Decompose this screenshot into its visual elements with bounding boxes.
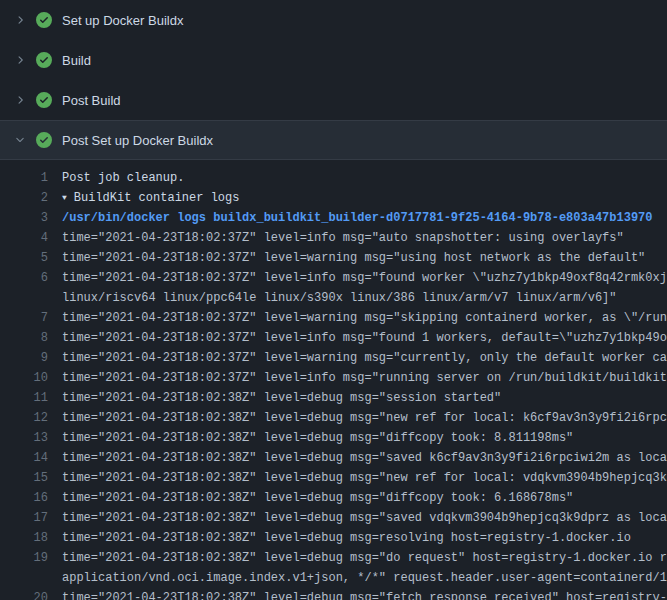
log-line-number	[0, 568, 48, 588]
check-circle-icon	[36, 52, 52, 68]
log-line: 2▼BuildKit container logs	[0, 188, 667, 208]
log-line: 20time="2021-04-23T18:02:38Z" level=debu…	[0, 588, 667, 600]
log-line-number[interactable]: 8	[0, 328, 48, 348]
log-line-number[interactable]: 20	[0, 588, 48, 600]
log-line-number[interactable]: 19	[0, 548, 48, 568]
log-line-text: Post job cleanup.	[62, 168, 184, 188]
log-group-label[interactable]: ▼BuildKit container logs	[62, 188, 239, 208]
log-line: 13time="2021-04-23T18:02:38Z" level=debu…	[0, 428, 667, 448]
check-circle-icon	[36, 12, 52, 28]
chevron-right-icon	[13, 12, 27, 28]
log-line-number	[0, 288, 48, 308]
log-line-text: time="2021-04-23T18:02:38Z" level=debug …	[62, 588, 667, 600]
log-line: 19time="2021-04-23T18:02:38Z" level=debu…	[0, 548, 667, 568]
step-label: Set up Docker Buildx	[62, 13, 183, 28]
log-line-text: time="2021-04-23T18:02:38Z" level=debug …	[62, 408, 667, 428]
log-line: 10time="2021-04-23T18:02:37Z" level=info…	[0, 368, 667, 388]
log-line: 16time="2021-04-23T18:02:38Z" level=debu…	[0, 488, 667, 508]
log-line-number[interactable]: 4	[0, 228, 48, 248]
log-line-text: time="2021-04-23T18:02:38Z" level=debug …	[62, 548, 667, 568]
actions-log-viewer: Set up Docker Buildx Build Post Build	[0, 0, 667, 600]
log-line: 4time="2021-04-23T18:02:37Z" level=info …	[0, 228, 667, 248]
log-line-number[interactable]: 3	[0, 208, 48, 228]
step-row-build[interactable]: Build	[0, 40, 667, 80]
log-line-number[interactable]: 10	[0, 368, 48, 388]
log-line: application/vnd.oci.image.index.v1+json,…	[0, 568, 667, 588]
log-line-text: time="2021-04-23T18:02:38Z" level=debug …	[62, 508, 667, 528]
log-command-text: /usr/bin/docker logs buildx_buildkit_bui…	[62, 208, 653, 228]
log-line: 11time="2021-04-23T18:02:38Z" level=debu…	[0, 388, 667, 408]
chevron-right-icon	[13, 92, 27, 108]
log-line-number[interactable]: 17	[0, 508, 48, 528]
log-line: 17time="2021-04-23T18:02:38Z" level=debu…	[0, 508, 667, 528]
log-line-text: time="2021-04-23T18:02:37Z" level=warnin…	[62, 248, 645, 268]
step-label: Post Set up Docker Buildx	[62, 133, 213, 148]
log-line-number[interactable]: 18	[0, 528, 48, 548]
log-line: 18time="2021-04-23T18:02:38Z" level=debu…	[0, 528, 667, 548]
log-line-number[interactable]: 15	[0, 468, 48, 488]
log-line-number[interactable]: 6	[0, 268, 48, 288]
log-line-text: time="2021-04-23T18:02:37Z" level=info m…	[62, 228, 624, 248]
log-line-text: time="2021-04-23T18:02:38Z" level=debug …	[62, 388, 501, 408]
check-circle-icon	[36, 92, 52, 108]
group-expand-icon[interactable]: ▼	[62, 188, 67, 208]
chevron-down-icon	[13, 132, 27, 148]
log-line-number[interactable]: 1	[0, 168, 48, 188]
log-line: 1Post job cleanup.	[0, 168, 667, 188]
log-line: 7time="2021-04-23T18:02:37Z" level=warni…	[0, 308, 667, 328]
check-circle-icon	[36, 132, 52, 148]
log-line-text: time="2021-04-23T18:02:37Z" level=info m…	[62, 368, 667, 388]
log-line: 3/usr/bin/docker logs buildx_buildkit_bu…	[0, 208, 667, 228]
log-line-text: time="2021-04-23T18:02:37Z" level=info m…	[62, 268, 667, 288]
step-label: Post Build	[62, 93, 121, 108]
log-line: 15time="2021-04-23T18:02:38Z" level=debu…	[0, 468, 667, 488]
step-label: Build	[62, 53, 91, 68]
log-line-text: time="2021-04-23T18:02:37Z" level=warnin…	[62, 308, 667, 328]
step-row-post-build[interactable]: Post Build	[0, 80, 667, 120]
log-line-number[interactable]: 14	[0, 448, 48, 468]
log-line-text: time="2021-04-23T18:02:38Z" level=debug …	[62, 528, 631, 548]
log-line: 12time="2021-04-23T18:02:38Z" level=debu…	[0, 408, 667, 428]
steps-list: Set up Docker Buildx Build Post Build	[0, 0, 667, 600]
log-line-number[interactable]: 12	[0, 408, 48, 428]
log-line: linux/riscv64 linux/ppc64le linux/s390x …	[0, 288, 667, 308]
step-row-post-set-up-docker-buildx[interactable]: Post Set up Docker Buildx	[0, 120, 667, 160]
chevron-right-icon	[13, 52, 27, 68]
log-lines: 1Post job cleanup.2▼BuildKit container l…	[0, 160, 667, 600]
log-line-text: time="2021-04-23T18:02:38Z" level=debug …	[62, 468, 667, 488]
log-line-number[interactable]: 16	[0, 488, 48, 508]
log-line-number[interactable]: 5	[0, 248, 48, 268]
log-line-text: time="2021-04-23T18:02:38Z" level=debug …	[62, 428, 573, 448]
log-line-text: time="2021-04-23T18:02:38Z" level=debug …	[62, 448, 667, 468]
log-line-text: application/vnd.oci.image.index.v1+json,…	[62, 568, 667, 588]
log-line: 5time="2021-04-23T18:02:37Z" level=warni…	[0, 248, 667, 268]
log-line: 6time="2021-04-23T18:02:37Z" level=info …	[0, 268, 667, 288]
log-line: 9time="2021-04-23T18:02:37Z" level=warni…	[0, 348, 667, 368]
log-line-number[interactable]: 11	[0, 388, 48, 408]
log-line-text: time="2021-04-23T18:02:37Z" level=info m…	[62, 328, 667, 348]
log-line-text: linux/riscv64 linux/ppc64le linux/s390x …	[62, 288, 617, 308]
log-line: 14time="2021-04-23T18:02:38Z" level=debu…	[0, 448, 667, 468]
log-line-number[interactable]: 7	[0, 308, 48, 328]
log-line: 8time="2021-04-23T18:02:37Z" level=info …	[0, 328, 667, 348]
log-line-number[interactable]: 13	[0, 428, 48, 448]
log-line-text: time="2021-04-23T18:02:37Z" level=warnin…	[62, 348, 667, 368]
step-row-set-up-docker-buildx[interactable]: Set up Docker Buildx	[0, 0, 667, 40]
log-line-text: time="2021-04-23T18:02:38Z" level=debug …	[62, 488, 573, 508]
log-line-number[interactable]: 2	[0, 188, 48, 208]
log-line-number[interactable]: 9	[0, 348, 48, 368]
